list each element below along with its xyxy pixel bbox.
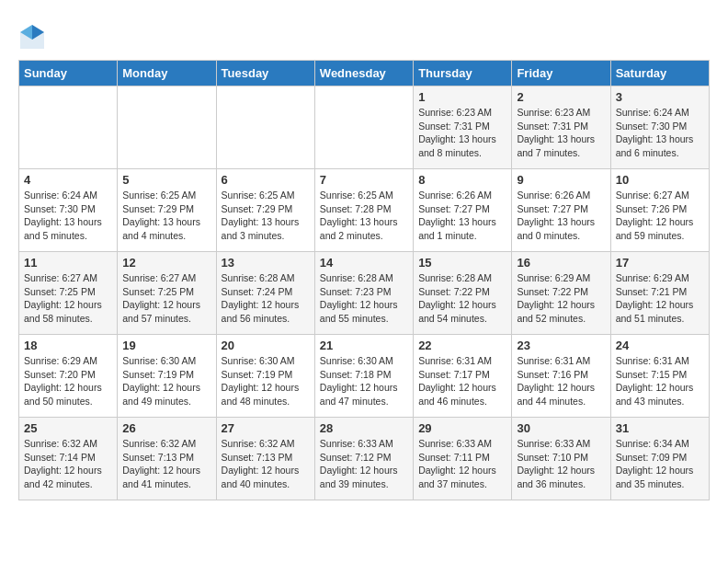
cell-content: Sunrise: 6:24 AM Sunset: 7:30 PM Dayligh… [24,189,112,243]
day-number: 9 [517,173,605,187]
cell-content: Sunrise: 6:23 AM Sunset: 7:31 PM Dayligh… [418,106,506,160]
cell-content: Sunrise: 6:31 AM Sunset: 7:15 PM Dayligh… [616,354,704,408]
cell-content: Sunrise: 6:32 AM Sunset: 7:13 PM Dayligh… [222,437,310,491]
cell-content: Sunrise: 6:27 AM Sunset: 7:25 PM Dayligh… [122,271,210,326]
calendar-body: 1Sunrise: 6:23 AM Sunset: 7:31 PM Daylig… [19,86,710,500]
calendar-cell: 11Sunrise: 6:27 AM Sunset: 7:25 PM Dayli… [19,252,118,335]
day-number: 24 [616,339,704,352]
cell-content: Sunrise: 6:25 AM Sunset: 7:28 PM Dayligh… [320,189,408,243]
header-row: Sunday Monday Tuesday Wednesday Thursday… [19,61,710,86]
calendar-week-1: 1Sunrise: 6:23 AM Sunset: 7:31 PM Daylig… [19,86,710,169]
cell-content: Sunrise: 6:32 AM Sunset: 7:13 PM Dayligh… [122,437,210,491]
calendar-cell [19,86,118,169]
day-number: 8 [418,173,506,187]
cell-content: Sunrise: 6:25 AM Sunset: 7:29 PM Dayligh… [122,189,210,243]
calendar-cell: 16Sunrise: 6:29 AM Sunset: 7:22 PM Dayli… [512,252,610,335]
calendar-cell [118,86,216,169]
calendar-week-5: 25Sunrise: 6:32 AM Sunset: 7:14 PM Dayli… [19,418,710,500]
cell-content: Sunrise: 6:30 AM Sunset: 7:18 PM Dayligh… [320,354,408,408]
day-number: 19 [122,339,210,352]
cell-content: Sunrise: 6:29 AM Sunset: 7:20 PM Dayligh… [24,354,112,408]
day-number: 12 [122,256,210,270]
header-friday: Friday [512,61,610,86]
calendar-cell: 10Sunrise: 6:27 AM Sunset: 7:26 PM Dayli… [610,169,709,252]
cell-content: Sunrise: 6:28 AM Sunset: 7:24 PM Dayligh… [222,271,310,326]
cell-content: Sunrise: 6:28 AM Sunset: 7:23 PM Dayligh… [320,271,408,326]
cell-content: Sunrise: 6:33 AM Sunset: 7:10 PM Dayligh… [517,437,605,491]
day-number: 13 [222,256,310,270]
day-number: 26 [122,421,210,435]
cell-content: Sunrise: 6:28 AM Sunset: 7:22 PM Dayligh… [418,271,506,326]
calendar-cell: 9Sunrise: 6:26 AM Sunset: 7:27 PM Daylig… [512,169,610,252]
calendar-cell: 24Sunrise: 6:31 AM Sunset: 7:15 PM Dayli… [610,335,709,418]
day-number: 14 [320,256,408,270]
day-number: 2 [517,90,605,104]
calendar-cell: 12Sunrise: 6:27 AM Sunset: 7:25 PM Dayli… [118,252,216,335]
day-number: 31 [616,421,704,435]
day-number: 28 [320,421,408,435]
calendar-cell: 6Sunrise: 6:25 AM Sunset: 7:29 PM Daylig… [216,169,314,252]
calendar-cell: 27Sunrise: 6:32 AM Sunset: 7:13 PM Dayli… [216,418,314,500]
day-number: 5 [122,173,210,187]
calendar-cell: 30Sunrise: 6:33 AM Sunset: 7:10 PM Dayli… [512,418,610,500]
page-header [18,18,710,51]
calendar-table: Sunday Monday Tuesday Wednesday Thursday… [18,60,710,500]
calendar-cell: 18Sunrise: 6:29 AM Sunset: 7:20 PM Dayli… [19,335,118,418]
day-number: 20 [222,339,310,352]
logo [18,23,50,51]
header-saturday: Saturday [610,61,709,86]
day-number: 3 [616,90,704,104]
day-number: 17 [616,256,704,270]
calendar-week-3: 11Sunrise: 6:27 AM Sunset: 7:25 PM Dayli… [19,252,710,335]
calendar-cell: 19Sunrise: 6:30 AM Sunset: 7:19 PM Dayli… [118,335,216,418]
day-number: 23 [517,339,605,352]
calendar-cell: 28Sunrise: 6:33 AM Sunset: 7:12 PM Dayli… [314,418,413,500]
cell-content: Sunrise: 6:29 AM Sunset: 7:21 PM Dayligh… [616,271,704,326]
calendar-week-2: 4Sunrise: 6:24 AM Sunset: 7:30 PM Daylig… [19,169,710,252]
calendar-cell [216,86,314,169]
cell-content: Sunrise: 6:24 AM Sunset: 7:30 PM Dayligh… [616,106,704,160]
calendar-week-4: 18Sunrise: 6:29 AM Sunset: 7:20 PM Dayli… [19,335,710,418]
day-number: 30 [517,421,605,435]
cell-content: Sunrise: 6:31 AM Sunset: 7:17 PM Dayligh… [418,354,506,408]
calendar-cell: 8Sunrise: 6:26 AM Sunset: 7:27 PM Daylig… [414,169,512,252]
day-number: 7 [320,173,408,187]
calendar-header: Sunday Monday Tuesday Wednesday Thursday… [19,61,710,86]
calendar-cell: 21Sunrise: 6:30 AM Sunset: 7:18 PM Dayli… [314,335,413,418]
calendar-cell: 7Sunrise: 6:25 AM Sunset: 7:28 PM Daylig… [314,169,413,252]
header-thursday: Thursday [414,61,512,86]
cell-content: Sunrise: 6:33 AM Sunset: 7:11 PM Dayligh… [418,437,506,491]
calendar-cell: 20Sunrise: 6:30 AM Sunset: 7:19 PM Dayli… [216,335,314,418]
cell-content: Sunrise: 6:33 AM Sunset: 7:12 PM Dayligh… [320,437,408,491]
logo-icon [18,23,46,51]
cell-content: Sunrise: 6:29 AM Sunset: 7:22 PM Dayligh… [517,271,605,326]
day-number: 1 [418,90,506,104]
header-tuesday: Tuesday [216,61,314,86]
cell-content: Sunrise: 6:23 AM Sunset: 7:31 PM Dayligh… [517,106,605,160]
calendar-cell: 26Sunrise: 6:32 AM Sunset: 7:13 PM Dayli… [118,418,216,500]
cell-content: Sunrise: 6:27 AM Sunset: 7:25 PM Dayligh… [24,271,112,326]
day-number: 16 [517,256,605,270]
cell-content: Sunrise: 6:32 AM Sunset: 7:14 PM Dayligh… [24,437,112,491]
cell-content: Sunrise: 6:26 AM Sunset: 7:27 PM Dayligh… [517,189,605,243]
cell-content: Sunrise: 6:26 AM Sunset: 7:27 PM Dayligh… [418,189,506,243]
day-number: 6 [222,173,310,187]
day-number: 18 [24,339,112,352]
cell-content: Sunrise: 6:25 AM Sunset: 7:29 PM Dayligh… [222,189,310,243]
calendar-cell: 1Sunrise: 6:23 AM Sunset: 7:31 PM Daylig… [414,86,512,169]
cell-content: Sunrise: 6:31 AM Sunset: 7:16 PM Dayligh… [517,354,605,408]
calendar-cell: 22Sunrise: 6:31 AM Sunset: 7:17 PM Dayli… [414,335,512,418]
calendar-cell: 2Sunrise: 6:23 AM Sunset: 7:31 PM Daylig… [512,86,610,169]
cell-content: Sunrise: 6:27 AM Sunset: 7:26 PM Dayligh… [616,189,704,243]
calendar-cell: 5Sunrise: 6:25 AM Sunset: 7:29 PM Daylig… [118,169,216,252]
calendar-cell: 4Sunrise: 6:24 AM Sunset: 7:30 PM Daylig… [19,169,118,252]
calendar-cell: 3Sunrise: 6:24 AM Sunset: 7:30 PM Daylig… [610,86,709,169]
day-number: 15 [418,256,506,270]
cell-content: Sunrise: 6:34 AM Sunset: 7:09 PM Dayligh… [616,437,704,491]
day-number: 11 [24,256,112,270]
calendar-cell: 23Sunrise: 6:31 AM Sunset: 7:16 PM Dayli… [512,335,610,418]
cell-content: Sunrise: 6:30 AM Sunset: 7:19 PM Dayligh… [122,354,210,408]
calendar-cell: 15Sunrise: 6:28 AM Sunset: 7:22 PM Dayli… [414,252,512,335]
day-number: 4 [24,173,112,187]
header-wednesday: Wednesday [314,61,413,86]
